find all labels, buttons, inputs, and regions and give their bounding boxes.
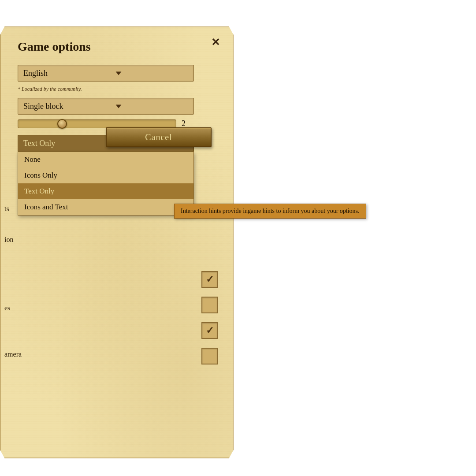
partial-label-es: es xyxy=(4,304,10,312)
community-note: * Localized by the community. xyxy=(18,86,218,93)
cancel-button-wrapper: Cancel xyxy=(106,127,212,147)
slider-wrapper: 2 xyxy=(18,119,218,128)
language-select[interactable]: English xyxy=(18,65,194,82)
slider-thumb[interactable] xyxy=(57,119,67,129)
partial-label-amera: amera xyxy=(4,350,22,358)
interaction-hints-dropdown-list: None Icons Only Text Only Icons and Text xyxy=(18,152,194,216)
partial-label-ts: ts xyxy=(4,205,9,213)
interaction-hints-tooltip: Interaction hints provide ingame hints t… xyxy=(174,204,366,219)
font-style-select[interactable]: Single block xyxy=(18,98,194,115)
font-style-dropdown-wrapper: Single block xyxy=(18,98,218,115)
checkbox-1[interactable] xyxy=(201,271,218,288)
dialog-title: Game options xyxy=(18,40,218,54)
checkboxes-column xyxy=(201,271,218,364)
interaction-hints-selected-label: Text Only xyxy=(23,139,55,148)
cancel-button[interactable]: Cancel xyxy=(106,127,212,147)
checkbox-3[interactable] xyxy=(201,322,218,339)
slider-value: 2 xyxy=(182,119,190,128)
slider-track[interactable] xyxy=(18,119,176,128)
partial-label-ion: ion xyxy=(4,236,13,244)
hints-option-icons-only[interactable]: Icons Only xyxy=(18,167,193,183)
hints-option-icons-and-text[interactable]: Icons and Text xyxy=(18,199,193,215)
checkbox-2[interactable] xyxy=(201,297,218,313)
game-options-dialog: ✕ Game options English * Localized by th… xyxy=(4,31,231,169)
close-button[interactable]: ✕ xyxy=(208,35,223,49)
hints-option-none[interactable]: None xyxy=(18,152,193,167)
language-dropdown-wrapper: English xyxy=(18,65,218,82)
checkbox-4[interactable] xyxy=(201,348,218,364)
hints-option-text-only[interactable]: Text Only xyxy=(18,183,193,199)
